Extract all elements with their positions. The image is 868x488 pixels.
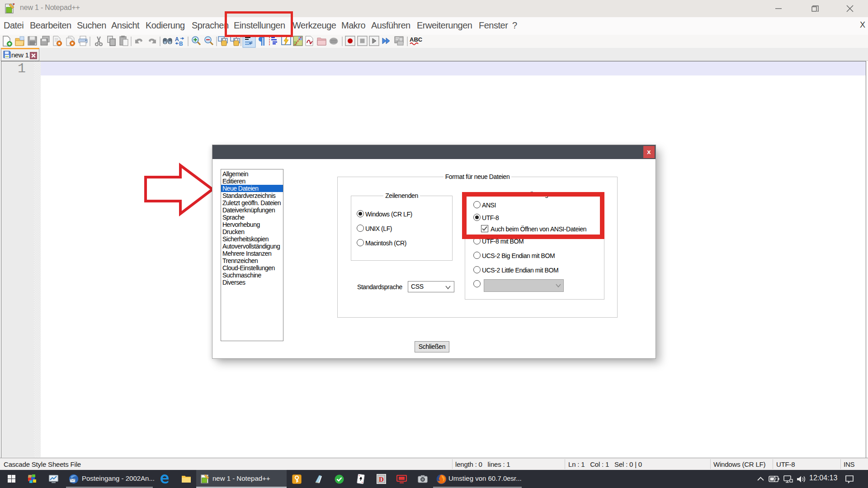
svg-text:ABC: ABC xyxy=(410,36,423,43)
svg-text:D: D xyxy=(379,476,384,483)
svg-text:A: A xyxy=(175,36,179,42)
svg-text:B: B xyxy=(179,41,183,47)
